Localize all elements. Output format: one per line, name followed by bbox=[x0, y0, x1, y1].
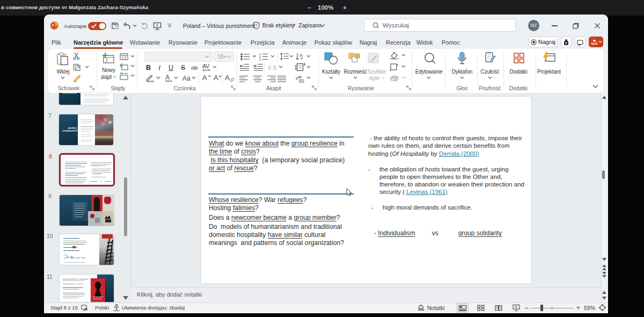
svg-text:A: A bbox=[225, 74, 230, 82]
svg-text:A: A bbox=[202, 74, 207, 82]
svg-text:A: A bbox=[214, 74, 218, 82]
svg-text:AV: AV bbox=[202, 63, 209, 69]
svg-text:3: 3 bbox=[259, 58, 261, 61]
svg-text:P: P bbox=[52, 24, 55, 27]
svg-text:A: A bbox=[165, 74, 170, 81]
svg-text:?: ? bbox=[255, 23, 258, 28]
svg-text:A: A bbox=[299, 53, 303, 58]
